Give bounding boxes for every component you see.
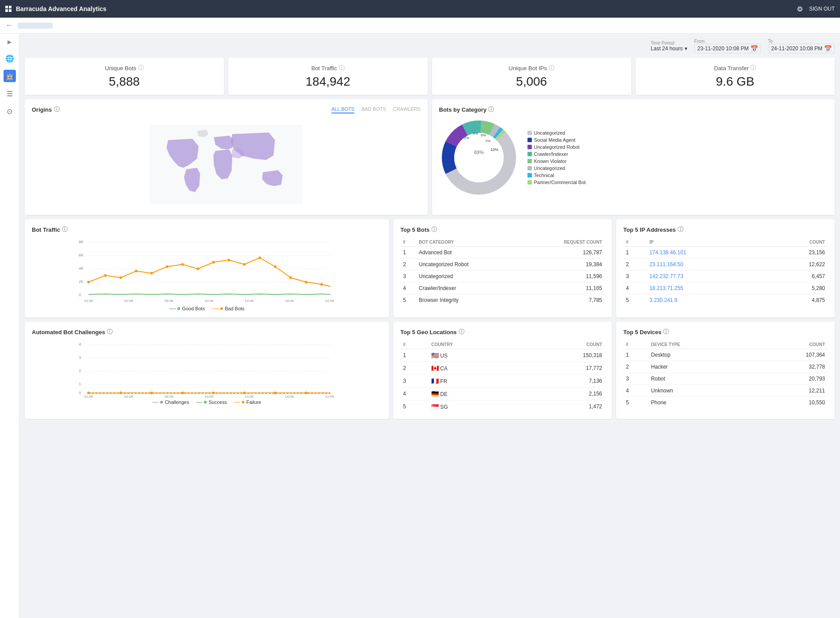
table-row: 5🇸🇬 SG1,472 [400, 400, 605, 413]
sub-nav: ← [0, 18, 840, 34]
legend-challenges: Challenges [152, 399, 189, 405]
table-row: 4Unknown12,211 [623, 385, 828, 397]
data-transfer-value: 9.6 GB [643, 75, 828, 89]
table-row: 418.213.71.2555,280 [623, 283, 828, 294]
sidebar-item-settings[interactable]: ⊙ [4, 105, 16, 117]
automated-challenges-card: Automated Bot Challenges ⓘ 4 3 2 1 0 [25, 322, 389, 419]
data-transfer-info-icon[interactable]: ⓘ [750, 64, 756, 72]
challenges-legend: Challenges Success Failure [32, 399, 382, 405]
bots-category-card: Bots by Category ⓘ [432, 99, 835, 215]
sidebar-item-menu[interactable]: ☰ [4, 87, 16, 100]
app-title: Barracuda Advanced Analytics [16, 5, 106, 12]
top5-geo-card: Top 5 Geo Locations ⓘ # COUNTRY COUNT 1🇺… [393, 322, 612, 419]
challenges-info-icon[interactable]: ⓘ [107, 328, 113, 336]
svg-point-64 [243, 392, 246, 394]
stats-row: Unique Bots ⓘ 5,888 Bot Traffic ⓘ 184,94… [25, 58, 835, 95]
to-input[interactable]: 24-11-2020 10:08 PM 📅 [768, 44, 835, 53]
svg-point-26 [87, 281, 90, 283]
sidebar-item-global[interactable]: 🌐 [4, 52, 16, 64]
svg-point-65 [274, 392, 277, 394]
unique-bots-info-icon[interactable]: ⓘ [138, 64, 144, 72]
calendar-from-icon[interactable]: 📅 [750, 45, 758, 52]
tab-all-bots[interactable]: ALL BOTS [331, 106, 354, 113]
unique-ips-info-icon[interactable]: ⓘ [549, 64, 554, 72]
legend-failure: Failure [234, 399, 261, 405]
time-period-select[interactable]: Last 24 hours ▾ [651, 45, 687, 52]
signout-button[interactable]: SIGN OUT [809, 6, 835, 12]
bot-traffic-chart-svg: 8K 6K 4K 2K 0 [32, 238, 382, 304]
svg-text:10:08: 10:08 [204, 395, 214, 398]
challenges-row: Automated Bot Challenges ⓘ 4 3 2 1 0 [25, 322, 835, 419]
svg-text:22:08: 22:08 [325, 299, 334, 303]
unique-bots-value: 5,888 [32, 75, 217, 89]
bot-traffic-row: Bot Traffic ⓘ 8K 6K 4K 2K 0 [25, 219, 835, 317]
top5-devices-card: Top 5 Devices ⓘ # DEVICE TYPE COUNT 1Des… [616, 322, 835, 419]
svg-point-59 [87, 392, 90, 394]
sidebar-expand-icon[interactable]: ▶ [6, 37, 13, 47]
svg-text:1: 1 [79, 382, 81, 386]
legend-technical: Technical [527, 173, 586, 178]
top5-devices-info-icon[interactable]: ⓘ [663, 328, 669, 336]
table-row: 53.230.241.94,875 [623, 294, 828, 306]
svg-point-39 [290, 276, 292, 279]
svg-point-30 [151, 272, 153, 275]
table-row: 4🇩🇪 DE2,156 [400, 388, 605, 400]
stat-unique-bots: Unique Bots ⓘ 5,888 [25, 58, 224, 95]
world-map-svg [32, 125, 421, 204]
svg-point-60 [120, 392, 122, 394]
table-row: 3🇫🇷 FR7,136 [400, 375, 605, 388]
svg-text:10:08: 10:08 [204, 299, 214, 303]
top-nav: Barracuda Advanced Analytics ⚙ SIGN OUT [0, 0, 840, 18]
tab-bad-bots[interactable]: BAD BOTS [362, 106, 386, 113]
legend-known-violator: Known Violator [527, 158, 586, 164]
top5-bots-info-icon[interactable]: ⓘ [431, 226, 437, 234]
svg-text:14:08: 14:08 [245, 395, 254, 398]
layout: ▶ 🌐 🤖 ☰ ⊙ Time Period Last 24 hours ▾ Fr… [0, 34, 840, 618]
svg-text:18:08: 18:08 [285, 395, 294, 398]
svg-point-62 [181, 392, 184, 394]
category-legend: Uncategorized Social Media Agent Uncateg… [527, 130, 586, 185]
svg-point-27 [104, 274, 107, 277]
top5-bots-card: Top 5 Bots ⓘ # BOT CATEGORY REQUEST COUN… [393, 219, 612, 317]
tab-crawlers[interactable]: CRAWLERS [393, 106, 421, 113]
table-row: 1🇺🇸 US150,318 [400, 349, 605, 362]
svg-point-38 [274, 265, 277, 268]
sidebar-item-bots[interactable]: 🤖 [4, 70, 16, 82]
table-row: 2Uncategorized Robot19,384 [400, 259, 605, 271]
settings-icon[interactable]: ⚙ [797, 5, 803, 13]
bot-traffic-chart-info-icon[interactable]: ⓘ [62, 226, 68, 234]
challenges-chart-svg: 4 3 2 1 0 [32, 340, 382, 398]
svg-text:22:08: 22:08 [325, 395, 334, 398]
origins-info-icon[interactable]: ⓘ [54, 106, 60, 113]
bot-traffic-legend: Good Bots Bad Bots [32, 306, 382, 311]
bots-category-info-icon[interactable]: ⓘ [488, 106, 494, 113]
bot-traffic-value: 184,942 [235, 75, 420, 89]
world-map-container [32, 121, 421, 209]
bots-category-inner: 69% 10% 7% 6% 4% 2% Uncategorized [439, 118, 828, 197]
svg-point-33 [197, 268, 200, 270]
svg-point-31 [166, 265, 169, 268]
top5-geo-info-icon[interactable]: ⓘ [459, 328, 464, 336]
grid-icon[interactable] [5, 6, 11, 12]
svg-text:2: 2 [79, 369, 81, 373]
legend-uncategorized: Uncategorized [527, 130, 586, 136]
top5-ips-info-icon[interactable]: ⓘ [678, 226, 683, 234]
table-row: 5Phone10,550 [623, 397, 828, 409]
bot-traffic-chart-container: 8K 6K 4K 2K 0 [32, 238, 382, 304]
back-button[interactable]: ← [5, 21, 13, 30]
svg-point-63 [212, 392, 215, 394]
from-input[interactable]: 23-11-2020 10:08 PM 📅 [694, 44, 761, 53]
legend-uncategorized-robot: Uncategorized Robot [527, 144, 586, 150]
svg-point-41 [320, 283, 323, 286]
to-label: To [768, 39, 835, 44]
stat-data-transfer: Data Transfer ⓘ 9.6 GB [636, 58, 835, 95]
table-row: 2Hacker32,778 [623, 361, 828, 373]
top5-ips-card: Top 5 IP Addresses ⓘ # IP COUNT 1174.138… [616, 219, 835, 317]
calendar-to-icon[interactable]: 📅 [824, 45, 832, 52]
table-row: 4Crawler/Indexer11,165 [400, 283, 605, 294]
svg-text:4K: 4K [79, 266, 84, 271]
table-row: 3Robot20,793 [623, 373, 828, 385]
svg-text:3: 3 [79, 355, 81, 360]
bot-traffic-info-icon[interactable]: ⓘ [339, 64, 345, 72]
legend-success: Success [196, 399, 227, 405]
